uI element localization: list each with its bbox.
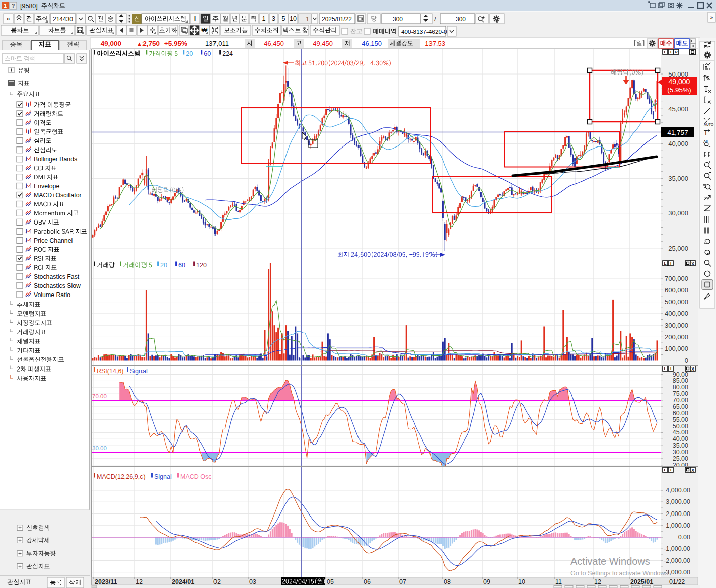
svg-text:300: 300 — [393, 16, 403, 23]
svg-text:Go to Settings to activate Win: Go to Settings to activate Windows. — [570, 570, 670, 577]
svg-text:Bollinger Bands: Bollinger Bands — [34, 156, 77, 163]
svg-text:50.00: 50.00 — [673, 423, 688, 430]
svg-text:1: 1 — [262, 15, 266, 22]
svg-text:Envelope: Envelope — [34, 183, 59, 190]
svg-text:▲: ▲ — [137, 41, 142, 47]
svg-text:75.00: 75.00 — [673, 390, 688, 397]
svg-text:02: 02 — [213, 578, 221, 585]
svg-text:46,450: 46,450 — [264, 40, 284, 47]
svg-text:0.00: 0.00 — [678, 534, 690, 541]
svg-text:120: 120 — [196, 262, 207, 269]
svg-text:L: L — [664, 261, 667, 266]
svg-text:60: 60 — [178, 262, 185, 269]
svg-text:60: 60 — [204, 50, 211, 57]
svg-text:+5.95%: +5.95% — [164, 40, 187, 47]
svg-text:2025/01: 2025/01 — [630, 578, 653, 585]
svg-text:?: ? — [12, 3, 15, 9]
svg-text:Activate Windows: Activate Windows — [570, 556, 650, 567]
svg-text:0: 0 — [685, 357, 688, 364]
svg-text:I: I — [670, 261, 671, 266]
svg-text:R: R — [675, 50, 678, 54]
svg-text:Volume Ratio: Volume Ratio — [34, 291, 70, 299]
svg-text:MACD Osc: MACD Osc — [180, 473, 212, 480]
svg-text:300: 300 — [456, 16, 466, 23]
svg-text:300,000: 300,000 — [665, 322, 688, 329]
svg-text:25.00: 25.00 — [673, 455, 688, 462]
svg-text:49,000: 49,000 — [669, 78, 690, 86]
svg-text:09: 09 — [483, 578, 490, 585]
svg-text:X: X — [691, 366, 694, 372]
svg-text:07: 07 — [399, 578, 406, 585]
svg-text:40.00: 40.00 — [673, 435, 688, 443]
svg-text:2,750: 2,750 — [142, 40, 160, 47]
svg-text:35.00: 35.00 — [673, 442, 688, 449]
svg-text:1,000.00: 1,000.00 — [666, 522, 690, 529]
svg-text:400,000: 400,000 — [665, 310, 688, 317]
svg-text:4,000.00: 4,000.00 — [666, 487, 690, 494]
svg-text:i: i — [194, 15, 196, 22]
svg-text:5: 5 — [282, 15, 285, 22]
svg-text:2023/11: 2023/11 — [95, 578, 117, 585]
svg-text:70.00: 70.00 — [673, 397, 688, 404]
svg-text:1: 1 — [4, 3, 7, 9]
svg-text:L: L — [664, 50, 667, 54]
svg-text:Signal: Signal — [130, 368, 148, 375]
svg-text:70.00: 70.00 — [92, 393, 107, 399]
svg-text:20: 20 — [160, 262, 167, 269]
svg-text:30.00: 30.00 — [92, 445, 107, 451]
svg-text:100,000: 100,000 — [665, 345, 688, 352]
svg-text:400-8137-4620-0: 400-8137-4620-0 — [401, 28, 447, 35]
svg-text:-2,000.00: -2,000.00 — [664, 557, 690, 564]
svg-text:»: » — [710, 15, 713, 20]
svg-text:(5.95%): (5.95%) — [667, 86, 691, 94]
svg-text:I: I — [670, 366, 671, 371]
svg-text:-1,000.00: -1,000.00 — [664, 545, 690, 552]
svg-text:600,000: 600,000 — [665, 286, 688, 294]
svg-text:01/22: 01/22 — [669, 578, 685, 585]
svg-text:90.00: 90.00 — [673, 371, 688, 378]
svg-text:85.00: 85.00 — [673, 377, 688, 384]
svg-text:12: 12 — [594, 578, 601, 585]
svg-text:05: 05 — [327, 578, 334, 585]
svg-text:RSI(14,6): RSI(14,6) — [97, 368, 124, 375]
svg-text:11: 11 — [555, 578, 562, 585]
svg-text:Stochastics Fast: Stochastics Fast — [34, 273, 80, 280]
svg-text:10: 10 — [518, 578, 525, 585]
svg-text:08: 08 — [444, 578, 451, 585]
svg-text:46,150: 46,150 — [362, 40, 382, 47]
svg-text:X: X — [691, 468, 694, 473]
svg-text:2024/01: 2024/01 — [172, 578, 194, 585]
svg-text:1: 1 — [306, 16, 309, 23]
svg-text:137.53: 137.53 — [425, 40, 445, 47]
svg-text:49,450: 49,450 — [313, 40, 333, 47]
svg-text:Signal: Signal — [154, 473, 172, 480]
svg-text:55.00: 55.00 — [673, 416, 688, 423]
svg-text:35,000: 35,000 — [668, 175, 688, 182]
svg-text:I: I — [670, 468, 671, 472]
svg-text:I: I — [670, 50, 671, 54]
svg-text:/: / — [434, 15, 436, 23]
svg-text:40,000: 40,000 — [668, 140, 688, 148]
svg-text:20: 20 — [186, 50, 193, 57]
svg-text:L: L — [664, 366, 667, 371]
svg-text:MACD+Oscillator: MACD+Oscillator — [34, 192, 82, 199]
svg-text:214430: 214430 — [53, 16, 73, 23]
svg-text:49,000: 49,000 — [101, 40, 121, 47]
svg-text:3,000.00: 3,000.00 — [666, 498, 690, 505]
svg-text:[9580]: [9580] — [20, 3, 38, 10]
svg-text:60.00: 60.00 — [673, 410, 688, 417]
svg-text:12: 12 — [136, 578, 143, 585]
svg-text:«: « — [7, 15, 10, 22]
svg-text:30.00: 30.00 — [673, 449, 688, 456]
svg-text:25,000: 25,000 — [668, 245, 688, 252]
svg-text:Price Channel: Price Channel — [34, 237, 73, 244]
svg-text:T: T — [704, 129, 708, 136]
svg-text:200,000: 200,000 — [665, 333, 688, 341]
svg-text:AUTO: AUTO — [704, 123, 714, 126]
svg-text:137,011: 137,011 — [205, 40, 229, 47]
svg-text:30,000: 30,000 — [668, 209, 688, 217]
svg-text:2,000.00: 2,000.00 — [666, 510, 690, 518]
svg-text:L: L — [664, 468, 667, 472]
svg-text:45,000: 45,000 — [668, 105, 688, 113]
svg-text:10: 10 — [290, 15, 297, 22]
